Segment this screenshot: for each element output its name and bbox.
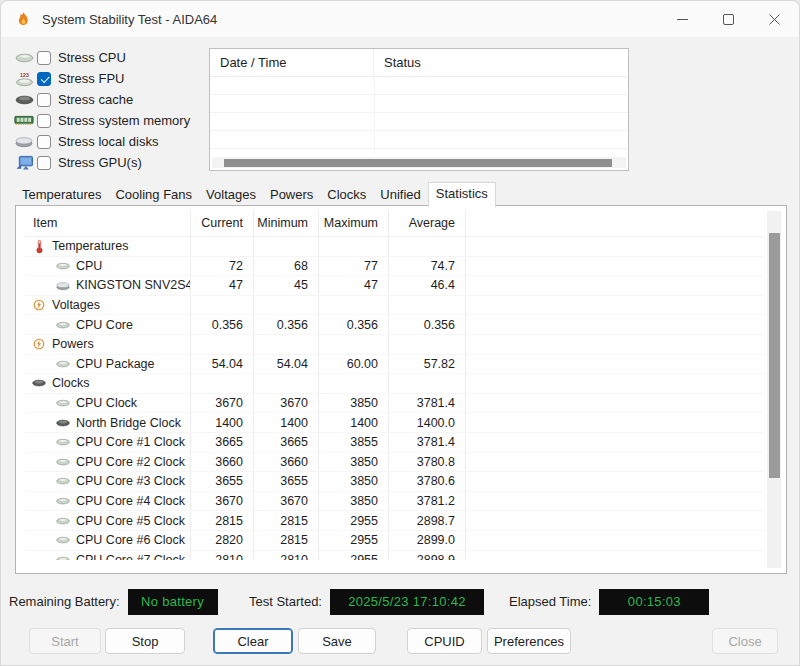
stat-maximum: 2955 <box>319 551 389 561</box>
stat-maximum: 47 <box>319 276 389 295</box>
stress-option-stress-fpu[interactable]: 123 Stress FPU <box>11 68 207 89</box>
minimize-button[interactable] <box>659 1 705 37</box>
stat-maximum <box>319 237 389 256</box>
chip-icon <box>55 437 71 447</box>
stress-checkbox[interactable] <box>37 93 51 107</box>
stat-current: 54.04 <box>191 355 254 374</box>
stats-scrollbar-thumb[interactable] <box>769 233 780 478</box>
stress-option-stress-cache[interactable]: Stress cache <box>11 89 207 110</box>
stat-row-cpu-core-6-clock[interactable]: CPU Core #6 Clock 2820 2815 2955 2899.0 <box>25 531 765 551</box>
stat-current: 3655 <box>191 472 254 491</box>
chip-icon <box>55 457 71 467</box>
log-row <box>210 113 628 131</box>
stat-current: 3670 <box>191 394 254 413</box>
stat-row-cpu-package[interactable]: CPU Package 54.04 54.04 60.00 57.82 <box>25 355 765 375</box>
save-button[interactable]: Save <box>298 628 376 654</box>
stats-column-maximum: Maximum <box>319 210 389 236</box>
stat-item-label: CPU Core #6 Clock <box>76 533 185 547</box>
stat-row-cpu[interactable]: CPU 72 68 77 74.7 <box>25 257 765 277</box>
stat-row-cpu-core-3-clock[interactable]: CPU Core #3 Clock 3655 3655 3850 3780.6 <box>25 472 765 492</box>
stress-checkbox[interactable] <box>37 51 51 65</box>
stat-item-label: Temperatures <box>52 239 128 253</box>
close-button[interactable] <box>751 1 797 37</box>
stress-checkbox[interactable] <box>37 135 51 149</box>
chip-icon <box>55 398 71 408</box>
preferences-button[interactable]: Preferences <box>487 628 571 654</box>
chip-icon <box>55 320 71 330</box>
stat-row-kingston-snv2s40[interactable]: KINGSTON SNV2S40... 47 45 47 46.4 <box>25 276 765 296</box>
stat-average: 1400.0 <box>389 413 466 432</box>
stat-item-label: CPU Core #1 Clock <box>76 435 185 449</box>
log-scrollbar-thumb[interactable] <box>224 159 612 167</box>
tab-temperatures[interactable]: Temperatures <box>15 184 108 206</box>
stat-minimum <box>254 335 319 354</box>
stat-item-label: Clocks <box>52 376 90 390</box>
stat-item-label: CPU Clock <box>76 396 137 410</box>
status-label: Remaining Battery: <box>9 594 120 609</box>
tab-unified[interactable]: Unified <box>373 184 427 206</box>
stat-row-voltages[interactable]: Voltages <box>25 296 765 316</box>
tab-statistics[interactable]: Statistics <box>428 182 496 207</box>
statistics-panel: Item Current Minimum Maximum Average Tem… <box>15 205 787 574</box>
stat-average: 3781.2 <box>389 492 466 511</box>
stat-row-cpu-core-7-clock[interactable]: CPU Core #7 Clock 2810 2810 2955 2898.9 <box>25 551 765 561</box>
stress-checkbox[interactable] <box>37 72 51 86</box>
stat-item-label: CPU Core <box>76 318 133 332</box>
stat-minimum: 68 <box>254 257 319 276</box>
log-row <box>210 95 628 113</box>
bolt-icon <box>31 299 47 311</box>
stat-item-label: CPU Core #7 Clock <box>76 553 185 560</box>
stats-column-current: Current <box>191 210 254 236</box>
log-row <box>210 77 628 95</box>
stats-vertical-scrollbar[interactable] <box>767 211 781 568</box>
stat-average: 74.7 <box>389 257 466 276</box>
stat-row-clocks[interactable]: Clocks <box>25 374 765 394</box>
chip-dark-icon <box>55 418 71 428</box>
chip-icon <box>55 516 71 526</box>
log-header: Date / Time Status <box>210 49 628 77</box>
stat-minimum: 3660 <box>254 453 319 472</box>
buttonbar: StartStopClearSaveCPUIDPreferencesClose <box>1 628 799 655</box>
tab-voltages[interactable]: Voltages <box>199 184 263 206</box>
stat-row-cpu-core-5-clock[interactable]: CPU Core #5 Clock 2815 2815 2955 2898.7 <box>25 511 765 531</box>
stat-minimum: 3665 <box>254 433 319 452</box>
stat-minimum: 3670 <box>254 492 319 511</box>
stat-maximum <box>319 335 389 354</box>
lcd-test-started: 2025/5/23 17:10:42 <box>330 589 484 615</box>
stress-checkbox[interactable] <box>37 114 51 128</box>
stat-row-north-bridge-clock[interactable]: North Bridge Clock 1400 1400 1400 1400.0 <box>25 413 765 433</box>
tab-clocks[interactable]: Clocks <box>320 184 373 206</box>
stat-maximum: 3855 <box>319 433 389 452</box>
stat-row-temperatures[interactable]: Temperatures <box>25 237 765 257</box>
tab-cooling-fans[interactable]: Cooling Fans <box>108 184 199 206</box>
cache-icon <box>11 93 37 106</box>
stat-row-powers[interactable]: Powers <box>25 335 765 355</box>
cpuid-button[interactable]: CPUID <box>407 628 482 654</box>
stat-item-label: Voltages <box>52 298 100 312</box>
stat-item-label: CPU Core #4 Clock <box>76 494 185 508</box>
tab-powers[interactable]: Powers <box>263 184 320 206</box>
maximize-button[interactable] <box>705 1 751 37</box>
bolt-icon <box>31 338 47 350</box>
stress-option-stress-cpu[interactable]: Stress CPU <box>11 47 207 68</box>
stress-option-stress-gpu-s[interactable]: Stress GPU(s) <box>11 152 207 173</box>
stat-minimum: 54.04 <box>254 355 319 374</box>
stat-maximum: 3850 <box>319 453 389 472</box>
stat-row-cpu-core[interactable]: CPU Core 0.356 0.356 0.356 0.356 <box>25 315 765 335</box>
stat-row-cpu-clock[interactable]: CPU Clock 3670 3670 3850 3781.4 <box>25 394 765 414</box>
stat-row-cpu-core-4-clock[interactable]: CPU Core #4 Clock 3670 3670 3850 3781.2 <box>25 492 765 512</box>
stress-checkbox[interactable] <box>37 156 51 170</box>
chip-dark-icon <box>31 378 47 388</box>
stat-row-cpu-core-1-clock[interactable]: CPU Core #1 Clock 3665 3665 3855 3781.4 <box>25 433 765 453</box>
clear-button[interactable]: Clear <box>213 628 293 654</box>
stress-option-stress-system-memory[interactable]: Stress system memory <box>11 110 207 131</box>
stat-row-cpu-core-2-clock[interactable]: CPU Core #2 Clock 3660 3660 3850 3780.8 <box>25 453 765 473</box>
stat-minimum: 2815 <box>254 531 319 550</box>
stress-label: Stress cache <box>58 92 133 107</box>
stop-button[interactable]: Stop <box>105 628 185 654</box>
stress-label: Stress FPU <box>58 71 124 86</box>
lcd-elapsed-time: 00:15:03 <box>599 589 709 615</box>
stress-option-stress-local-disks[interactable]: Stress local disks <box>11 131 207 152</box>
status-field-remaining-battery: Remaining Battery: No battery <box>9 588 218 615</box>
log-horizontal-scrollbar[interactable] <box>212 157 626 168</box>
